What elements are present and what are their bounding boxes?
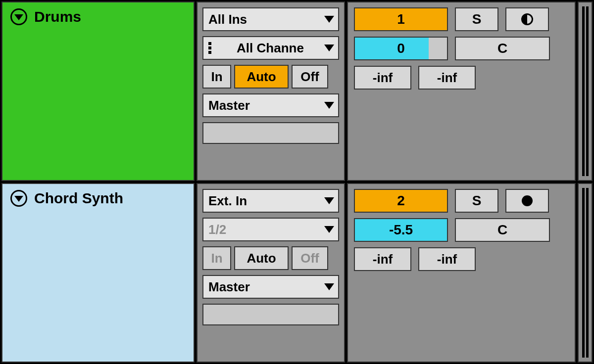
- track-name-label[interactable]: Chord Synth: [34, 190, 123, 207]
- send-a-knob[interactable]: -inf: [354, 247, 411, 271]
- monitor-off-button[interactable]: Off: [292, 65, 328, 89]
- midi-port-icon: [208, 42, 213, 54]
- output-channel-slot[interactable]: [202, 304, 339, 325]
- track-header[interactable]: Drums: [1, 1, 195, 181]
- chevron-down-icon: [324, 45, 334, 51]
- volume-display[interactable]: 0: [354, 37, 448, 60]
- track-row: Drums All Ins All Channe In Auto Off Mas…: [1, 1, 593, 181]
- track-header[interactable]: Chord Synth: [1, 183, 195, 363]
- cue-button[interactable]: C: [455, 218, 550, 242]
- meter-bar: [582, 188, 585, 358]
- monitor-buttons: In Auto Off: [202, 246, 339, 270]
- input-type-label: Ext. In: [208, 193, 247, 209]
- send-b-knob[interactable]: -inf: [418, 66, 476, 90]
- input-channel-label: 1/2: [208, 222, 226, 237]
- mixer-panel: 2 S -5.5 C -inf -inf: [347, 183, 576, 363]
- input-channel-dropdown[interactable]: 1/2: [202, 218, 339, 241]
- chevron-down-icon: [324, 226, 334, 233]
- mixer-row-top: 2 S: [354, 189, 569, 213]
- volume-display[interactable]: -5.5: [354, 218, 448, 242]
- track-activator-button[interactable]: 2: [354, 189, 448, 213]
- volume-value: 0: [397, 41, 405, 56]
- monitor-in-button[interactable]: In: [202, 246, 231, 270]
- chevron-down-icon: [14, 196, 23, 202]
- input-type-dropdown[interactable]: All Ins: [202, 7, 339, 31]
- mixer-row-vol: -5.5 C: [354, 218, 569, 242]
- input-type-dropdown[interactable]: Ext. In: [202, 189, 339, 213]
- fold-toggle[interactable]: [10, 190, 27, 207]
- input-channel-label: All Channe: [237, 41, 304, 56]
- record-icon: [522, 195, 533, 206]
- io-panel: All Ins All Channe In Auto Off Master: [197, 1, 345, 181]
- arm-record-button[interactable]: [505, 7, 549, 31]
- output-dropdown[interactable]: Master: [202, 93, 339, 117]
- monitor-off-button[interactable]: Off: [292, 246, 328, 270]
- chevron-down-icon: [324, 283, 334, 290]
- output-dropdown[interactable]: Master: [202, 275, 339, 299]
- fold-toggle[interactable]: [10, 8, 27, 25]
- io-panel: Ext. In 1/2 In Auto Off Master: [197, 183, 345, 363]
- record-icon: [521, 13, 533, 25]
- chevron-down-icon: [324, 197, 334, 204]
- sends-row: -inf -inf: [354, 66, 569, 90]
- track-name-label[interactable]: Drums: [34, 8, 81, 25]
- arm-record-button[interactable]: [505, 189, 549, 213]
- send-a-knob[interactable]: -inf: [354, 66, 411, 90]
- mixer-row-top: 1 S: [354, 7, 569, 31]
- mixer-row-vol: 0 C: [354, 37, 569, 60]
- meter-bar: [582, 6, 585, 176]
- meter-bar: [586, 6, 589, 176]
- track-row: Chord Synth Ext. In 1/2 In Auto Off Mast…: [1, 183, 593, 363]
- output-label: Master: [208, 279, 250, 295]
- chevron-down-icon: [324, 102, 334, 109]
- level-meter: [578, 1, 593, 181]
- monitor-auto-button[interactable]: Auto: [234, 246, 289, 270]
- chevron-down-icon: [14, 14, 23, 20]
- mixer-panel: 1 S 0 C -inf -inf: [347, 1, 576, 181]
- solo-button[interactable]: S: [455, 7, 498, 31]
- volume-value: -5.5: [389, 222, 413, 238]
- send-b-knob[interactable]: -inf: [418, 247, 476, 271]
- level-meter: [578, 183, 593, 363]
- solo-button[interactable]: S: [455, 189, 498, 213]
- meter-bar: [586, 188, 589, 358]
- monitor-buttons: In Auto Off: [202, 65, 339, 89]
- cue-button[interactable]: C: [455, 37, 550, 60]
- output-label: Master: [208, 98, 250, 113]
- tracks-container: Drums All Ins All Channe In Auto Off Mas…: [0, 0, 594, 364]
- output-channel-slot[interactable]: [202, 122, 339, 144]
- volume-bg: [429, 38, 447, 59]
- monitor-auto-button[interactable]: Auto: [234, 65, 289, 89]
- monitor-in-button[interactable]: In: [202, 65, 231, 89]
- input-channel-dropdown[interactable]: All Channe: [202, 36, 339, 60]
- track-activator-button[interactable]: 1: [354, 7, 448, 31]
- chevron-down-icon: [324, 16, 334, 23]
- input-type-label: All Ins: [208, 12, 247, 27]
- sends-row: -inf -inf: [354, 247, 569, 271]
